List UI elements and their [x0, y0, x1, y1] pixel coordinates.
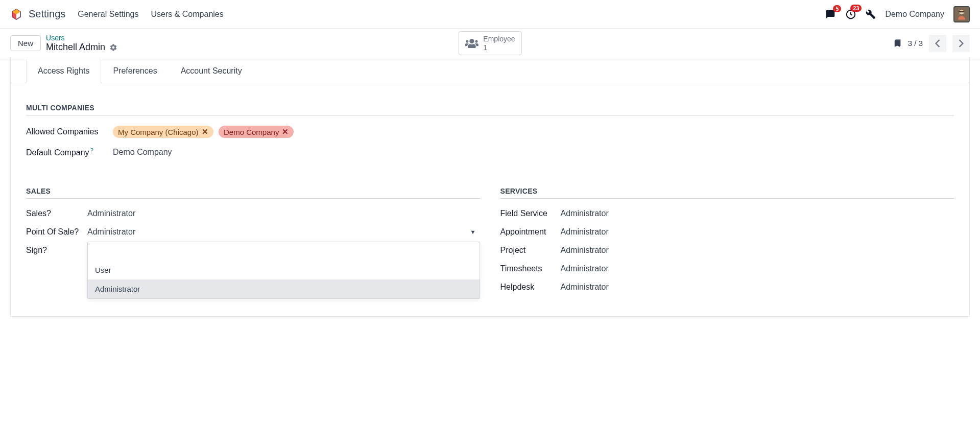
employee-stat-label: Employee — [483, 35, 515, 43]
section-title-sales: SALES — [26, 187, 480, 199]
activities-badge: 23 — [850, 5, 862, 12]
debug-icon[interactable] — [866, 9, 876, 19]
value-sales[interactable]: Administrator — [87, 209, 480, 218]
tabs: Access Rights Preferences Account Securi… — [11, 58, 969, 83]
value-helpdesk[interactable]: Administrator — [561, 283, 954, 292]
section-sales: SALES Sales? Administrator Point Of Sale… — [26, 187, 480, 301]
dropdown-item-administrator[interactable]: Administrator — [88, 279, 480, 298]
help-icon[interactable]: ? — [46, 209, 51, 218]
pager-next-button[interactable] — [952, 35, 970, 52]
tag-close-icon[interactable]: ✕ — [202, 127, 208, 136]
gear-icon[interactable] — [109, 43, 117, 52]
navbar: Settings General Settings Users & Compan… — [0, 0, 980, 29]
pos-selected-value: Administrator — [87, 227, 135, 236]
label-default-company: Default Company? — [26, 147, 113, 157]
users-icon — [465, 38, 478, 49]
field-timesheets: Timesheets Administrator — [500, 264, 954, 273]
label-project: Project — [500, 246, 561, 255]
two-column-grid: SALES Sales? Administrator Point Of Sale… — [26, 167, 954, 301]
tab-account-security[interactable]: Account Security — [169, 59, 254, 83]
section-multi-companies: MULTI COMPANIES Allowed Companies My Com… — [26, 104, 954, 157]
control-panel: New Users Mitchell Admin Employee 1 3 / … — [0, 29, 980, 58]
tag-label: My Company (Chicago) — [118, 128, 199, 136]
label-sales: Sales? — [26, 209, 87, 218]
breadcrumb-current: Mitchell Admin — [46, 42, 117, 53]
pager-text[interactable]: 3 / 3 — [908, 39, 923, 48]
breadcrumb-current-text: Mitchell Admin — [46, 42, 105, 53]
value-point-of-sale[interactable]: Administrator ▼ User Administrator — [87, 227, 480, 237]
svg-rect-3 — [959, 11, 965, 12]
tag-company-demo[interactable]: Demo Company ✕ — [219, 126, 294, 138]
svg-rect-4 — [959, 12, 965, 13]
label-field-service: Field Service — [500, 209, 561, 218]
pager-prev-button[interactable] — [929, 35, 946, 52]
field-default-company: Default Company? Demo Company — [26, 147, 954, 157]
value-allowed-companies[interactable]: My Company (Chicago) ✕ Demo Company ✕ — [113, 126, 954, 138]
company-switcher[interactable]: Demo Company — [885, 10, 944, 19]
field-appointment: Appointment Administrator — [500, 227, 954, 237]
dropdown-item-blank[interactable] — [88, 242, 480, 261]
employee-stat-text: Employee 1 — [483, 35, 515, 52]
section-title-multi-companies: MULTI COMPANIES — [26, 104, 954, 115]
tab-preferences[interactable]: Preferences — [101, 59, 169, 83]
tag-company-chicago[interactable]: My Company (Chicago) ✕ — [113, 126, 213, 138]
field-project: Project Administrator — [500, 246, 954, 255]
field-helpdesk: Helpdesk Administrator — [500, 283, 954, 292]
field-sales: Sales? Administrator — [26, 209, 480, 218]
field-field-service: Field Service Administrator — [500, 209, 954, 218]
employee-stat-button[interactable]: Employee 1 — [458, 31, 521, 56]
section-title-services: SERVICES — [500, 187, 954, 199]
value-default-company[interactable]: Demo Company — [113, 148, 954, 157]
label-sign: Sign? — [26, 246, 87, 255]
dropdown-item-user[interactable]: User — [88, 261, 480, 279]
pos-dropdown: User Administrator — [87, 242, 480, 299]
help-icon[interactable]: ? — [42, 246, 47, 254]
label-allowed-companies: Allowed Companies — [26, 127, 113, 136]
app-logo[interactable] — [10, 8, 22, 20]
nav-users-companies[interactable]: Users & Companies — [151, 10, 223, 19]
tag-label: Demo Company — [224, 128, 279, 136]
employee-stat-value: 1 — [483, 43, 515, 52]
nav-general-settings[interactable]: General Settings — [78, 10, 138, 19]
messages-badge: 5 — [833, 5, 841, 12]
field-allowed-companies: Allowed Companies My Company (Chicago) ✕… — [26, 126, 954, 138]
help-icon[interactable]: ? — [90, 147, 93, 153]
value-project[interactable]: Administrator — [561, 246, 954, 255]
messages-icon[interactable]: 5 — [825, 9, 836, 19]
bookmark-icon[interactable] — [893, 38, 902, 49]
breadcrumb-users-link[interactable]: Users — [46, 34, 117, 42]
navbar-right: 5 23 Demo Company — [825, 6, 970, 22]
field-point-of-sale: Point Of Sale? Administrator ▼ User Admi… — [26, 227, 480, 237]
label-helpdesk: Helpdesk — [500, 283, 561, 292]
user-avatar[interactable] — [953, 6, 970, 22]
label-point-of-sale: Point Of Sale? — [26, 227, 87, 237]
app-title[interactable]: Settings — [29, 8, 65, 20]
chevron-down-icon: ▼ — [470, 229, 476, 235]
value-timesheets[interactable]: Administrator — [561, 264, 954, 273]
section-services: SERVICES Field Service Administrator App… — [500, 187, 954, 301]
label-appointment: Appointment — [500, 227, 561, 237]
tab-access-rights[interactable]: Access Rights — [26, 59, 101, 83]
breadcrumb: Users Mitchell Admin — [46, 34, 117, 53]
label-timesheets: Timesheets — [500, 264, 561, 273]
form-sheet: Access Rights Preferences Account Securi… — [10, 58, 970, 317]
content: Access Rights Preferences Account Securi… — [0, 58, 980, 317]
help-icon[interactable]: ? — [74, 227, 79, 236]
value-field-service[interactable]: Administrator — [561, 209, 954, 218]
activities-icon[interactable]: 23 — [845, 9, 856, 20]
new-button[interactable]: New — [10, 35, 41, 51]
value-appointment[interactable]: Administrator — [561, 227, 954, 237]
control-panel-right: 3 / 3 — [893, 35, 970, 52]
tag-close-icon[interactable]: ✕ — [282, 127, 289, 136]
